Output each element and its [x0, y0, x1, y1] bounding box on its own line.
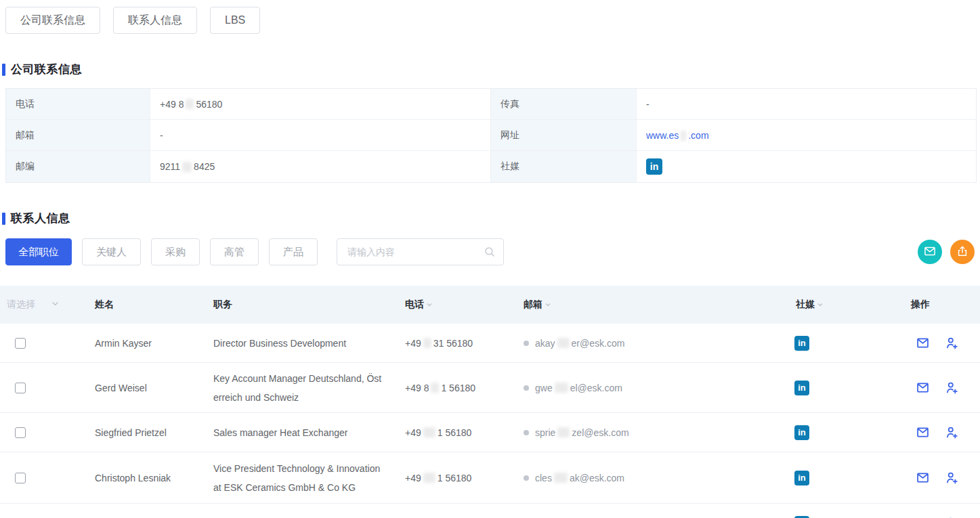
contact-name: Armin Kayser	[95, 338, 213, 349]
column-header-phone[interactable]: 电话	[405, 299, 524, 311]
redaction-patch	[186, 99, 194, 109]
add-contact-button[interactable]	[945, 336, 959, 350]
column-header-title: 职务	[213, 299, 405, 311]
send-email-button[interactable]	[916, 381, 930, 395]
company-social-label: 社媒	[490, 151, 636, 182]
sort-caret-icon	[817, 299, 824, 310]
row-checkbox[interactable]	[15, 427, 26, 438]
table-row: in	[0, 504, 980, 518]
redaction-patch	[557, 427, 570, 437]
chevron-down-icon	[51, 299, 60, 310]
redaction-patch	[681, 131, 686, 141]
row-checkbox[interactable]	[15, 473, 26, 483]
column-header-social[interactable]: 社媒	[789, 299, 911, 311]
export-button[interactable]	[950, 240, 975, 264]
section-accent-bar	[2, 64, 5, 76]
contact-title: Key Account Manager Deutschland, Österre…	[213, 369, 405, 407]
batch-email-button[interactable]	[918, 240, 942, 264]
contact-phone: +491 56180	[405, 473, 524, 483]
company-zip-value: 92118425	[150, 151, 490, 182]
website-link[interactable]: www.es.com	[646, 130, 709, 141]
contact-title: Sales manager Heat Exchanger	[213, 423, 405, 442]
contact-title: Director Business Development	[213, 334, 405, 353]
company-info-table: 电话 +49 856180 传真 - 邮箱 - 网址 www.es.com 邮编…	[5, 88, 977, 183]
linkedin-icon[interactable]: in	[794, 336, 809, 351]
linkedin-icon[interactable]: in	[794, 381, 809, 395]
redaction-patch	[555, 383, 568, 393]
page: 公司联系信息 联系人信息 LBS 公司联系信息 电话 +49 856180 传真…	[0, 0, 980, 518]
company-email-label: 邮箱	[6, 120, 150, 151]
company-website-value: www.es.com	[636, 120, 976, 151]
company-phone-label: 电话	[6, 89, 150, 120]
linkedin-icon[interactable]: in	[794, 425, 809, 440]
linkedin-icon[interactable]: in	[646, 158, 662, 175]
contact-title: Vice President Technology & Innovation a…	[213, 459, 405, 497]
filter-executive[interactable]: 高管	[210, 238, 259, 265]
company-email-value: -	[150, 120, 490, 151]
column-header-email[interactable]: 邮箱	[524, 299, 789, 311]
company-section-title: 公司联系信息	[11, 62, 82, 77]
tab-company-contact-info[interactable]: 公司联系信息	[5, 7, 100, 34]
table-row: Siegfried Prietzel Sales manager Heat Ex…	[0, 413, 980, 452]
redaction-patch	[423, 427, 435, 437]
filter-product[interactable]: 产品	[269, 238, 318, 265]
column-header-actions: 操作	[911, 299, 980, 311]
add-contact-button[interactable]	[945, 425, 959, 439]
status-dot-icon	[524, 430, 529, 435]
search-input[interactable]	[337, 238, 504, 265]
company-phone-value: +49 856180	[150, 89, 490, 120]
linkedin-icon[interactable]: in	[794, 471, 809, 485]
tab-bar: 公司联系信息 联系人信息 LBS	[0, 0, 980, 34]
company-social-value: in	[636, 151, 976, 182]
tab-lbs[interactable]: LBS	[210, 7, 260, 34]
add-contact-button[interactable]	[945, 471, 959, 485]
company-website-label: 网址	[490, 120, 636, 151]
filter-key-person[interactable]: 关键人	[82, 238, 141, 265]
filter-all-positions[interactable]: 全部职位	[5, 238, 72, 265]
filter-procurement[interactable]: 采购	[151, 238, 200, 265]
contact-email: clesak@esk.com	[524, 473, 789, 483]
redaction-patch	[554, 473, 568, 483]
send-email-button[interactable]	[916, 471, 930, 485]
contacts-section-title: 联系人信息	[11, 211, 70, 226]
redaction-patch	[423, 473, 435, 483]
company-section-header: 公司联系信息	[2, 62, 980, 77]
table-header-row: 请选择 姓名 职务 电话 邮箱 社媒 操作	[0, 286, 980, 324]
redaction-patch	[423, 338, 431, 348]
row-checkbox[interactable]	[15, 338, 26, 349]
company-fax-value: -	[636, 89, 976, 120]
linkedin-icon[interactable]: in	[794, 516, 809, 518]
status-dot-icon	[524, 385, 529, 391]
status-dot-icon	[524, 341, 529, 346]
contact-phone: +4931 56180	[405, 338, 524, 349]
contacts-table: 请选择 姓名 职务 电话 邮箱 社媒 操作 Armin Kayser Dir	[0, 286, 980, 518]
contacts-toolbar: 全部职位 关键人 采购 高管 产品	[5, 238, 975, 265]
send-email-button[interactable]	[916, 425, 930, 439]
tab-contact-person-info[interactable]: 联系人信息	[113, 7, 197, 34]
sort-caret-icon	[545, 299, 551, 310]
status-dot-icon	[524, 475, 529, 481]
contact-phone: +491 56180	[405, 427, 524, 438]
row-checkbox[interactable]	[15, 383, 26, 393]
search-icon	[484, 246, 496, 261]
sort-caret-icon	[426, 299, 433, 310]
table-row: Armin Kayser Director Business Developme…	[0, 324, 980, 363]
contact-name: Gerd Weisel	[95, 383, 213, 393]
contact-name: Siegfried Prietzel	[95, 427, 213, 438]
mail-icon	[923, 244, 937, 260]
toolbar-actions	[918, 240, 975, 264]
contact-email: gweel@esk.com	[524, 383, 789, 393]
column-header-name: 姓名	[95, 299, 213, 311]
redaction-patch	[431, 383, 439, 393]
contacts-section-header: 联系人信息	[2, 211, 980, 225]
contact-email: akayer@esk.com	[524, 338, 789, 349]
select-all-dropdown[interactable]: 请选择	[0, 299, 95, 311]
add-contact-button[interactable]	[945, 381, 959, 395]
company-zip-label: 邮编	[6, 151, 150, 182]
redaction-patch	[557, 338, 570, 348]
contact-name: Christoph Lesniak	[95, 473, 213, 483]
send-email-button[interactable]	[916, 336, 930, 350]
search-box	[337, 238, 504, 265]
contact-phone: +49 81 56180	[405, 383, 524, 393]
company-fax-label: 传真	[490, 89, 636, 120]
